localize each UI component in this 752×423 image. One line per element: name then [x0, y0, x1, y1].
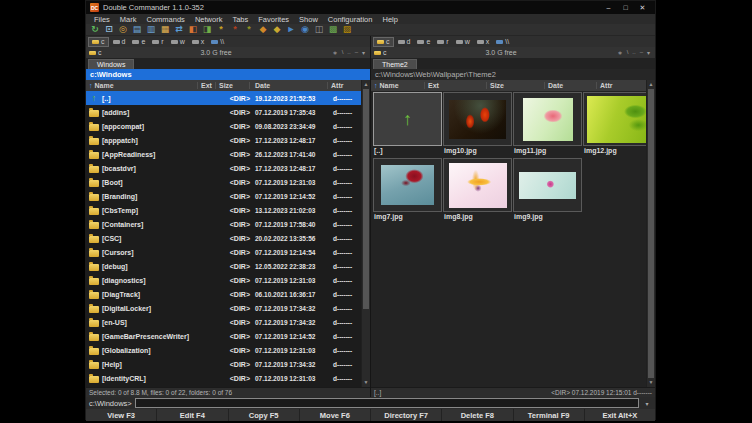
menu-item[interactable]: Commands [143, 15, 189, 24]
scrollbar-thumb[interactable] [648, 89, 654, 378]
scroll-up-icon[interactable]: ▲ [362, 80, 370, 89]
brief-view-icon[interactable]: ▤ [131, 24, 143, 35]
file-row[interactable]: [AppReadiness] <DIR> 26.12.2023 17:41:40… [86, 147, 370, 161]
scrollbar-thumb[interactable] [363, 89, 369, 309]
drive-button[interactable]: \\ [208, 37, 227, 47]
menu-item[interactable]: Network [191, 15, 227, 24]
file-row[interactable]: [Globalization] <DIR> 07.12.2019 12:31:0… [86, 343, 370, 357]
menu-item[interactable]: Mark [116, 15, 141, 24]
panel-corner-button[interactable]: .. [345, 49, 352, 56]
file-row[interactable]: [Boot] <DIR> 07.12.2019 12:31:03 d------… [86, 175, 370, 189]
drive-button[interactable]: w [453, 37, 473, 47]
drive-button[interactable]: e [414, 37, 433, 47]
file-row[interactable]: [bcastdvr] <DIR> 17.12.2023 12:48:17 d--… [86, 161, 370, 175]
column-header-size[interactable]: Size [487, 82, 545, 89]
function-key-button[interactable]: Terminal F9 [514, 409, 584, 421]
history-dropdown-icon[interactable]: ▾ [642, 400, 652, 407]
panel-corner-button[interactable]: – [638, 49, 645, 56]
file-row[interactable]: [appcompat] <DIR> 09.08.2023 23:34:49 d-… [86, 119, 370, 133]
menu-item[interactable]: Help [378, 15, 401, 24]
column-header-size[interactable]: Size [216, 82, 250, 89]
menu-item[interactable]: Favorites [254, 15, 293, 24]
thumbnail-item[interactable]: img9.jpg [513, 158, 582, 224]
drive-button[interactable]: x [474, 37, 493, 47]
file-row[interactable]: [CSC] <DIR> 20.02.2022 13:35:56 d------- [86, 231, 370, 245]
panel-corner-button[interactable]: ∗ [331, 49, 340, 56]
unmark-group-icon[interactable]: * [229, 24, 241, 35]
right-scrollbar[interactable]: ▲ ▼ [646, 80, 655, 387]
thumbnail-item[interactable]: img8.jpg [443, 158, 512, 224]
thumbnail-item[interactable]: img7.jpg [373, 158, 442, 224]
scroll-down-icon[interactable]: ▼ [362, 378, 370, 387]
refresh-icon[interactable]: ↻ [89, 24, 101, 35]
pack-icon[interactable]: ◆ [257, 24, 269, 35]
file-row[interactable]: [diagnostics] <DIR> 07.12.2019 12:31:03 … [86, 273, 370, 287]
search-icon[interactable]: ◉ [299, 24, 311, 35]
file-row[interactable]: [DigitalLocker] <DIR> 07.12.2019 17:34:3… [86, 301, 370, 315]
invert-selection-icon[interactable]: * [243, 24, 255, 35]
column-header-name[interactable]: ↑Name [86, 82, 198, 89]
drive-button[interactable]: d [110, 37, 129, 47]
file-row[interactable]: [Containers] <DIR> 07.12.2019 17:58:40 d… [86, 217, 370, 231]
scroll-down-icon[interactable]: ▼ [647, 378, 655, 387]
copy-right-icon[interactable]: ◨ [201, 24, 213, 35]
thumbnail-item[interactable]: img10.jpg [443, 92, 512, 158]
file-row[interactable]: [DiagTrack] <DIR> 06.10.2021 16:36:17 d-… [86, 287, 370, 301]
right-path-bar[interactable]: c:\Windows\Web\Wallpaper\Theme2 [371, 69, 655, 80]
thumbnail-item[interactable]: img12.jpg [583, 92, 652, 158]
drive-button[interactable]: w [168, 37, 188, 47]
column-header-date[interactable]: Date [545, 82, 597, 89]
column-header-ext[interactable]: Ext [425, 82, 487, 89]
function-key-button[interactable]: Exit Alt+X [585, 409, 655, 421]
full-view-icon[interactable]: ▥ [145, 24, 157, 35]
menu-item[interactable]: Show [295, 15, 322, 24]
drive-button[interactable]: d [395, 37, 414, 47]
function-key-button[interactable]: Edit F4 [157, 409, 227, 421]
file-row[interactable]: [Branding] <DIR> 07.12.2019 12:14:52 d--… [86, 189, 370, 203]
options-icon[interactable]: ◎ [117, 24, 129, 35]
menu-item[interactable]: Tabs [228, 15, 252, 24]
drive-button[interactable]: c [88, 37, 109, 47]
flag-icon[interactable]: ► [285, 24, 297, 35]
file-row[interactable]: [en-US] <DIR> 07.12.2019 17:34:32 d-----… [86, 315, 370, 329]
file-row[interactable]: [debug] <DIR> 12.05.2022 22:38:23 d-----… [86, 259, 370, 273]
copy-left-icon[interactable]: ◧ [187, 24, 199, 35]
menu-item[interactable]: Files [90, 15, 114, 24]
drive-button[interactable]: \\ [493, 37, 512, 47]
file-row[interactable]: [addins] <DIR> 07.12.2019 17:35:43 d----… [86, 105, 370, 119]
thumbnail-view-icon[interactable]: ▦ [159, 24, 171, 35]
function-key-button[interactable]: Copy F5 [229, 409, 299, 421]
scroll-up-icon[interactable]: ▲ [647, 80, 655, 89]
file-row[interactable]: [apppatch] <DIR> 17.12.2023 12:48:17 d--… [86, 133, 370, 147]
file-row[interactable]: [IdentityCRL] <DIR> 07.12.2019 12:31:03 … [86, 371, 370, 385]
left-scrollbar[interactable]: ▲ ▼ [361, 80, 370, 387]
panel-corner-button[interactable]: ▾ [360, 49, 367, 56]
left-path-bar[interactable]: c:\Windows [86, 69, 370, 80]
function-key-button[interactable]: Delete F8 [442, 409, 512, 421]
command-input[interactable] [135, 398, 639, 408]
function-key-button[interactable]: View F3 [86, 409, 156, 421]
drive-button[interactable]: e [129, 37, 148, 47]
maximize-button[interactable]: □ [617, 1, 634, 14]
unpack-icon[interactable]: ◆ [271, 24, 283, 35]
drive-button[interactable]: r [434, 37, 451, 47]
mark-group-icon[interactable]: * [215, 24, 227, 35]
function-key-button[interactable]: Directory F7 [371, 409, 441, 421]
column-header-attr[interactable]: Attr [328, 82, 353, 89]
column-header-ext[interactable]: Ext [198, 82, 216, 89]
thumbnail-item[interactable]: [..] [373, 92, 442, 158]
drive-button[interactable]: c [373, 37, 394, 47]
minimize-button[interactable]: – [600, 1, 617, 14]
tab-windows[interactable]: Windows [88, 59, 134, 69]
function-key-button[interactable]: Move F6 [300, 409, 370, 421]
find-files-icon[interactable]: ◫ [313, 24, 325, 35]
drive-button[interactable]: x [189, 37, 208, 47]
file-row[interactable]: [Help] <DIR> 07.12.2019 17:34:32 d------… [86, 357, 370, 371]
file-row[interactable]: [Cursors] <DIR> 07.12.2019 12:14:54 d---… [86, 245, 370, 259]
file-row[interactable]: [GameBarPresenceWriter] <DIR> 07.12.2019… [86, 329, 370, 343]
panel-corner-button[interactable]: – [353, 49, 360, 56]
terminal-icon[interactable]: ⊡ [103, 24, 115, 35]
swap-panels-icon[interactable]: ⇄ [173, 24, 185, 35]
file-row[interactable]: [..] <DIR> 19.12.2023 21:52:53 d------- [86, 91, 370, 105]
panel-corner-button[interactable]: ▾ [645, 49, 652, 56]
